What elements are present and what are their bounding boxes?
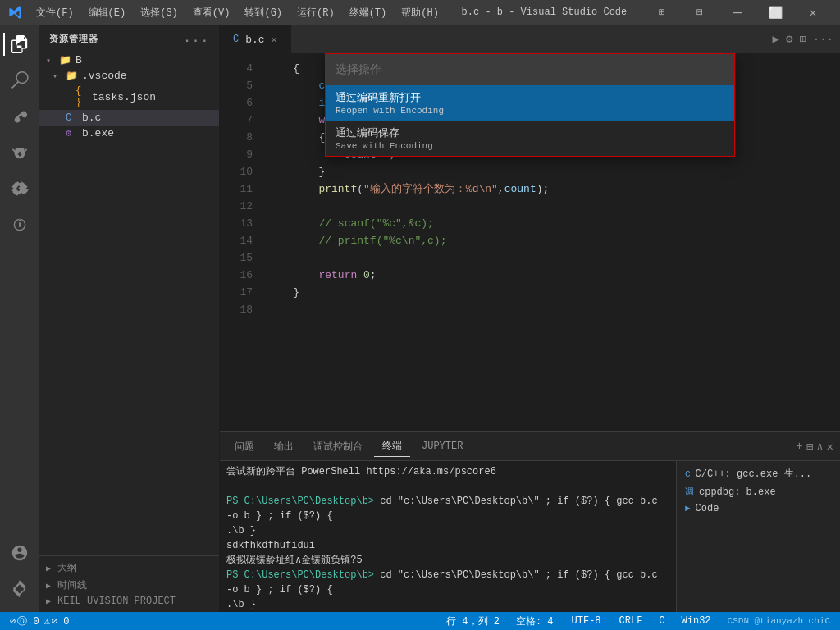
activity-settings[interactable] (3, 573, 36, 605)
cp-item-1-main: 通过编码保存 (336, 126, 724, 140)
command-palette: 通过编码重新打开 Reopen with Encoding 通过编码保存 Sav… (220, 53, 840, 157)
menu-file[interactable]: 文件(F) (30, 4, 80, 21)
terminal-tab-problems[interactable]: 问题 (226, 436, 262, 457)
debug-icon[interactable]: ⚙ (786, 32, 792, 46)
menu-edit[interactable]: 编辑(E) (82, 4, 133, 21)
tab-bc[interactable]: C b.c ✕ (220, 25, 291, 53)
tree-label-b: B (75, 54, 82, 66)
tab-label-bc: b.c (245, 34, 264, 46)
main-layout: 资源管理器 ... ▾ 📁 B ▾ 📁 .vscode { } tasks.js… (0, 25, 840, 612)
tree-item-b[interactable]: ▾ 📁 B (39, 52, 219, 68)
sidebar: 资源管理器 ... ▾ 📁 B ▾ 📁 .vscode { } tasks.js… (39, 25, 220, 612)
code-line-12 (261, 198, 840, 215)
activity-debug[interactable] (3, 136, 36, 169)
terminal-line-blank (226, 479, 669, 494)
status-watermark: CSDN @tianyazhichiC (724, 616, 833, 626)
tree-label-tasks: tasks.json (92, 91, 156, 103)
sidebar-header: 资源管理器 ... (39, 25, 219, 52)
terminal-content: 尝试新的跨平台 PowerShell https://aka.ms/pscore… (220, 461, 840, 612)
tree-item-vscode[interactable]: ▾ 📁 .vscode (39, 68, 219, 84)
ts-icon-1: 调 (685, 486, 694, 498)
menu-bar[interactable]: 文件(F) 编辑(E) 选择(S) 查看(V) 转到(G) 运行(R) 终端(T… (30, 4, 445, 21)
tree-label-bc: b.c (82, 112, 101, 124)
status-right: 行 4，列 2 空格: 4 UTF-8 CRLF C Win32 CSDN @t… (443, 614, 833, 628)
file-icon-tasks: { } (75, 85, 89, 108)
activity-accounts[interactable] (3, 536, 36, 569)
code-line-17: } (261, 284, 840, 301)
cp-item-0[interactable]: 通过编码重新打开 Reopen with Encoding (326, 85, 734, 121)
code-line-13: // scanf("%c",&c); (261, 215, 840, 232)
tab-bar: C b.c ✕ ▶ ⚙ ⊞ ··· (220, 25, 840, 53)
icon-grid: ⊞ (643, 0, 681, 25)
window-title: b.c - b - Visual Studio Code (445, 7, 643, 18)
tree-item-bc[interactable]: C b.c (39, 110, 219, 126)
terminal-line-0: 尝试新的跨平台 PowerShell https://aka.ms/pscore… (226, 464, 669, 479)
tree-group-keil[interactable]: ▶ KEIL UVISION PROJECT (39, 594, 219, 609)
terminal-add-button[interactable]: + (796, 440, 802, 454)
status-bar: ⊘ ⓪ 0 ⚠ ⊘ 0 行 4，列 2 空格: 4 UTF-8 CRLF C W… (0, 612, 840, 630)
tree-label-keil: KEIL UVISION PROJECT (57, 596, 176, 607)
folder-icon-vscode: 📁 (66, 70, 79, 82)
terminal-sidebar-item-0[interactable]: C C/C++: gcc.exe 生... (677, 464, 840, 483)
file-icon-bc: C (66, 112, 79, 124)
more-icon[interactable]: ··· (813, 33, 833, 46)
tree-group-dashang[interactable]: ▶ 大纲 (39, 559, 219, 577)
terminal-split-button[interactable]: ⊞ (806, 440, 813, 454)
close-button[interactable]: ✕ (794, 0, 832, 25)
warning-icon: ⚠ (44, 615, 50, 628)
menu-run[interactable]: 运行(R) (290, 4, 341, 21)
tree-item-bexe[interactable]: ⚙ b.exe (39, 126, 219, 141)
minimize-button[interactable]: — (719, 0, 756, 25)
cp-item-1[interactable]: 通过编码保存 Save with Encoding (326, 121, 734, 156)
terminal-tab-terminal[interactable]: 终端 (374, 436, 410, 457)
terminal-sidebar-item-1[interactable]: 调 cppdbg: b.exe (677, 483, 840, 500)
terminal-tab-output[interactable]: 输出 (266, 436, 302, 457)
terminal-close-button[interactable]: ✕ (827, 440, 833, 454)
status-errors[interactable]: ⊘ ⓪ 0 ⚠ ⊘ 0 (7, 614, 73, 628)
terminal-tab-debug[interactable]: 调试控制台 (305, 436, 371, 457)
tree-group-timeline[interactable]: ▶ 时间线 (39, 577, 219, 594)
tree-item-tasks-json[interactable]: { } tasks.json (39, 84, 219, 110)
terminal-sidebar-item-2[interactable]: ► Code (677, 500, 840, 517)
tab-icon-bc: C (233, 34, 239, 45)
status-position[interactable]: 行 4，列 2 (443, 614, 503, 628)
activity-extensions[interactable] (3, 172, 36, 205)
terminal-main[interactable]: 尝试新的跨平台 PowerShell https://aka.ms/pscore… (220, 461, 676, 612)
terminal-tabs: 问题 输出 调试控制台 终端 JUPYTER + ⊞ ∧ ✕ (220, 432, 840, 461)
status-line-ending[interactable]: CRLF (616, 615, 646, 627)
status-language[interactable]: C (655, 615, 668, 627)
menu-terminal[interactable]: 终端(T) (343, 4, 394, 21)
tree-label-vscode: .vscode (82, 70, 127, 82)
cp-item-1-sub: Save with Encoding (336, 141, 724, 151)
run-icon[interactable]: ▶ (772, 32, 778, 46)
sidebar-more-button[interactable]: ... (183, 31, 209, 46)
terminal-collapse-button[interactable]: ∧ (816, 440, 823, 454)
terminal-line-2: .\b } (226, 523, 669, 538)
activity-bottom (3, 536, 36, 612)
tree-label-dashang: 大纲 (57, 561, 77, 575)
menu-select[interactable]: 选择(S) (134, 4, 185, 21)
menu-goto[interactable]: 转到(G) (238, 4, 289, 21)
sidebar-title: 资源管理器 (49, 33, 98, 45)
terminal-tab-jupyter[interactable]: JUPYTER (413, 437, 471, 455)
status-platform[interactable]: Win32 (678, 615, 714, 627)
status-encoding[interactable]: UTF-8 (567, 615, 606, 627)
maximize-button[interactable]: ⬜ (756, 0, 794, 25)
ts-label-0: C/C++: gcc.exe 生... (696, 467, 812, 481)
code-line-11: printf("输入的字符个数为：%d\n",count); (261, 180, 840, 198)
split-icon[interactable]: ⊞ (799, 32, 806, 46)
terminal-line-1: PS C:\Users\PC\Desktop\b> cd "c:\Users\P… (226, 494, 669, 523)
cp-item-0-main: 通过编码重新打开 (336, 90, 724, 105)
tree-label-timeline: 时间线 (57, 578, 87, 592)
menu-view[interactable]: 查看(V) (186, 4, 237, 21)
status-spaces[interactable]: 空格: 4 (513, 614, 557, 628)
command-palette-input[interactable] (336, 63, 724, 76)
tab-close-bc[interactable]: ✕ (272, 34, 277, 46)
menu-help[interactable]: 帮助(H) (395, 4, 445, 21)
window-controls: ⊞ ⊟ — ⬜ ✕ (643, 0, 832, 25)
activity-source-control[interactable] (3, 100, 36, 133)
command-palette-input-row (326, 54, 734, 85)
activity-search[interactable] (3, 64, 36, 97)
activity-remote[interactable] (3, 208, 36, 241)
activity-explorer[interactable] (3, 28, 36, 61)
